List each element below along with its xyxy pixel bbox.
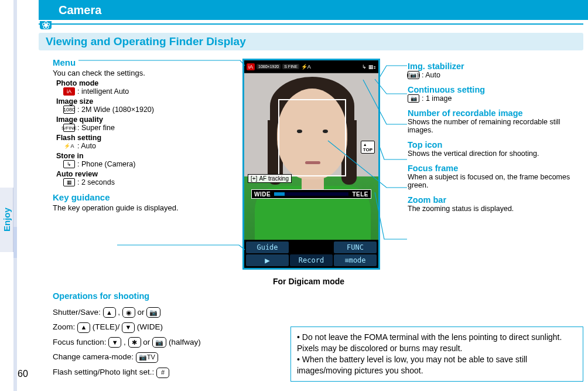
top-icon-desc: Shows the vertical direction for shootin…: [408, 149, 583, 158]
zoom-tele-label: TELE: [350, 191, 371, 198]
left-column: Menu You can check the settings. Photo m…: [53, 56, 234, 213]
menu-desc: You can check the settings.: [53, 69, 234, 77]
side-tab: Enjoy: [0, 188, 13, 252]
menu-item-value: S/FINE : Super fine: [63, 124, 234, 132]
stabilizer-icon: ((📷)): [408, 71, 419, 79]
menu-item-label: Store in: [56, 152, 234, 160]
menu-item-value: ⚡A : Auto: [63, 142, 234, 150]
status-store-icon: ↳: [362, 64, 367, 70]
top-badge: ▲TOP: [361, 141, 375, 154]
caution-item: • Do not leave the FOMA terminal with th…: [297, 332, 577, 354]
zoom-track: [274, 192, 348, 196]
finder-softkeys: Guide FUNC ▶ Record ≡mode: [244, 240, 378, 268]
side-strip: [13, 0, 17, 391]
finder-caption: For Digicam mode: [273, 277, 344, 286]
flower-icon: ❀: [40, 21, 52, 29]
top-icon-title: Top icon: [408, 140, 583, 149]
softkey-guide[interactable]: Guide: [246, 242, 289, 253]
ops-zoom-line: Zoom: ▲ (TELE)/ ▼ (WIDE): [53, 319, 258, 335]
ops-shutter-line: Shutter/Save: ▲ , ◉ or 📷: [53, 305, 258, 320]
zoom-bar-title: Zoom bar: [408, 195, 583, 205]
zoom-bar: WIDE TELE: [251, 189, 371, 199]
focus-frame-desc: When a subject is focused on, the frame …: [408, 173, 583, 189]
finder-display: iA 1080×1920 S FINE ⚡A ↳ ▦₂ 300 📷 ((📷)) …: [242, 59, 380, 270]
caution-item: • When the battery level is low, you may…: [297, 354, 577, 376]
size-icon: 1080: [63, 106, 75, 114]
stabilizer-title: Img. stabilizer: [408, 62, 583, 71]
key-guidance-desc: The key operation guide is displayed.: [53, 203, 234, 212]
down-key-icon: ▼: [122, 322, 135, 333]
focus-frame-title: Focus frame: [408, 164, 583, 173]
softkey-func[interactable]: FUNC: [334, 242, 377, 253]
menu-title: Menu: [53, 57, 234, 67]
status-flash-icon: ⚡A: [301, 64, 311, 70]
menu-item-value: 1080 : 2M Wide (1080×1920): [63, 106, 234, 114]
continuous-value: 📷 : 1 image: [408, 94, 583, 103]
section-bar: Viewing and Operating Finder Display: [39, 33, 583, 50]
recordable-title: Number of recordable image: [408, 108, 583, 118]
review-icon: ▦: [63, 178, 75, 186]
chapter-underline: [39, 23, 583, 25]
tv-key-icon: 📷TV: [136, 352, 158, 363]
operations-title: Operations for shooting: [53, 288, 258, 305]
menu-item-label: Auto review: [56, 170, 234, 178]
chapter-bar: Camera: [39, 0, 588, 20]
menu-item-value: ▦ : 2 seconds: [63, 178, 234, 186]
softkey-mode[interactable]: ≡mode: [334, 254, 377, 266]
stabilizer-value: ((📷)) : Auto: [408, 71, 583, 79]
status-review-icon: ▦₂: [368, 64, 376, 70]
chapter-title: Camera: [59, 4, 101, 17]
menu-item-value: iA : intelligent Auto: [63, 87, 234, 96]
menu-item-label: Photo mode: [56, 79, 234, 87]
zoom-bar-desc: The zooming status is displayed.: [408, 205, 583, 213]
up-key-icon: ▲: [77, 322, 90, 333]
store-icon: ↳: [63, 160, 75, 168]
softkey-play[interactable]: ▶: [246, 254, 289, 266]
camera-icon: 📷: [408, 94, 419, 103]
menu-item-label: Image quality: [56, 115, 234, 124]
section-title: Viewing and Operating Finder Display: [46, 35, 246, 48]
ops-mode-line: Change camera-mode: 📷TV: [53, 349, 258, 365]
menu-item-label: Image size: [56, 97, 234, 106]
finder-status-bar: iA 1080×1920 S FINE ⚡A ↳ ▦₂: [244, 60, 378, 73]
status-size: 1080×1920: [257, 64, 281, 69]
zoom-wide-label: WIDE: [252, 191, 273, 198]
ia-icon: iA: [63, 87, 75, 96]
operations-block: Operations for shooting Shutter/Save: ▲ …: [53, 288, 258, 380]
side-tab-label: Enjoy: [0, 188, 13, 252]
right-column: Img. stabilizer ((📷)) : Auto Continuous …: [408, 62, 583, 219]
continuous-title: Continuous setting: [408, 85, 583, 94]
finder-photo-area: ▲TOP [+]AF tracking WIDE TELE: [244, 73, 378, 240]
key-guidance-title: Key guidance: [53, 192, 234, 202]
menu-item-value: ↳ : Phone (Camera): [63, 160, 234, 168]
recordable-desc: Shows the number of remaining recordable…: [408, 118, 583, 134]
down-key-icon: ▼: [108, 337, 121, 348]
page-number: 60: [18, 369, 28, 379]
af-tracking-badge: [+]AF tracking: [248, 174, 292, 183]
status-quality: S FINE: [282, 64, 299, 69]
star-key-icon: ✱: [128, 337, 141, 348]
menu-item-label: Flash setting: [56, 134, 234, 142]
camera-key-icon: 📷: [152, 337, 166, 348]
focus-frame-overlay: [278, 99, 346, 176]
hash-key-icon: #: [156, 368, 169, 378]
status-mode-icon: iA: [247, 63, 255, 70]
camera-key-icon: 📷: [146, 307, 160, 318]
caution-box: • Do not leave the FOMA terminal with th…: [290, 327, 583, 382]
ops-focus-line: Focus function: ▼ , ✱ or 📷 (halfway): [53, 335, 258, 350]
up-key-icon: ▲: [103, 307, 116, 318]
softkey-record[interactable]: Record: [290, 254, 333, 266]
quality-icon: S/FINE: [63, 124, 75, 132]
center-key-icon: ◉: [122, 307, 135, 318]
ops-flash-line: Flash setting/Photo light set.: #: [53, 365, 258, 380]
flash-icon: ⚡A: [63, 142, 75, 150]
